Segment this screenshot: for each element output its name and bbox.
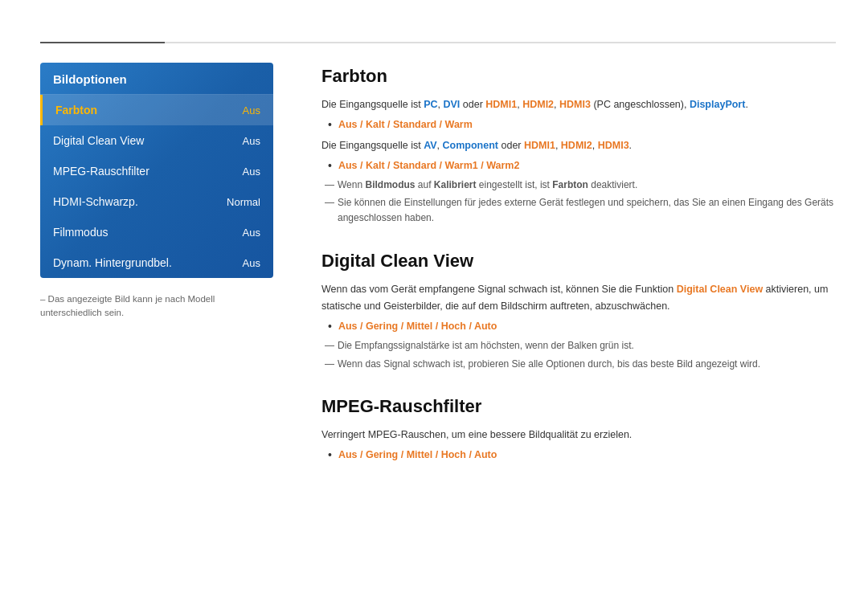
dcv-body: Wenn das vom Gerät empfangene Signal sch… [321, 281, 836, 372]
sidebar-item-dynam-hintergrundbel[interactable]: Dynam. Hintergrundbel. Aus [40, 247, 273, 278]
farbton-note-farbton: Farbton [550, 178, 591, 193]
mpeg-body: Verringert MPEG-Rauschen, um eine besser… [321, 427, 836, 464]
sidebar-item-digital-clean-view[interactable]: Digital Clean View Aus [40, 125, 273, 156]
top-divider [40, 42, 836, 43]
farbton-component: Component [443, 140, 498, 151]
sidebar-item-film-label: Filmmodus [53, 226, 108, 239]
farbton-body: Die Eingangsquelle ist PC, DVI oder HDMI… [321, 96, 836, 227]
sidebar-item-filmmodus[interactable]: Filmmodus Aus [40, 217, 273, 247]
sidebar-item-hdmi-value: Normal [227, 196, 260, 208]
farbton-hdmi3: HDMI3 [559, 99, 591, 110]
farbton-hdmi1b: HDMI1 [524, 140, 555, 151]
sidebar-item-dcv-value: Aus [243, 135, 260, 147]
dcv-options: Aus / Gering / Mittel / Hoch / Auto [338, 318, 497, 335]
sidebar-item-dynam-label: Dynam. Hintergrundbel. [53, 256, 172, 269]
farbton-note-bildmodus: Bildmodus [362, 178, 418, 193]
mpeg-title: MPEG-Rauschfilter [321, 396, 836, 417]
mpeg-p1: Verringert MPEG-Rauschen, um eine besser… [321, 427, 836, 443]
farbton-note-1: Wenn Bildmodus auf Kalibriert eingestell… [325, 178, 836, 193]
divider-light-segment [165, 42, 836, 43]
dcv-bullet-1: • Aus / Gering / Mittel / Hoch / Auto [328, 318, 836, 335]
farbton-options-1: Aus / Kalt / Standard / Warm [338, 116, 473, 133]
content-area: Farbton Die Eingangsquelle ist PC, DVI o… [321, 63, 836, 597]
farbton-bullet-2: • Aus / Kalt / Standard / Warm1 / Warm2 [328, 157, 836, 174]
sidebar-title: Bildoptionen [40, 63, 273, 95]
divider-dark-segment [40, 42, 165, 43]
farbton-note-kalibriert: Kalibriert [432, 178, 479, 193]
sidebar-item-mpeg-rauschfilter[interactable]: MPEG-Rauschfilter Aus [40, 156, 273, 186]
sidebar-item-dynam-value: Aus [243, 257, 260, 269]
farbton-p1: Die Eingangsquelle ist PC, DVI oder HDMI… [321, 96, 836, 113]
bullet-dot-mpeg: • [328, 447, 332, 464]
farbton-note-2: Sie können die Einstellungen für jedes e… [325, 195, 836, 226]
sidebar-item-mpeg-value: Aus [243, 166, 260, 178]
farbton-hdmi1: HDMI1 [485, 99, 517, 110]
sidebar-item-hdmi-label: HDMI-Schwarzp. [53, 195, 138, 208]
sidebar-item-dcv-label: Digital Clean View [53, 134, 144, 147]
sidebar-item-mpeg-label: MPEG-Rauschfilter [53, 165, 149, 178]
sidebar-item-farbton[interactable]: Farbton Aus [40, 95, 273, 125]
mpeg-bullet-1: • Aus / Gering / Mittel / Hoch / Auto [328, 447, 836, 464]
section-farbton: Farbton Die Eingangsquelle ist PC, DVI o… [321, 66, 836, 227]
sidebar-panel: Bildoptionen Farbton Aus Digital Clean V… [40, 63, 273, 278]
farbton-av: AV [424, 140, 436, 151]
sidebar-item-hdmi-schwarzp[interactable]: HDMI-Schwarzp. Normal [40, 186, 273, 217]
bullet-dot-1: • [328, 116, 332, 133]
farbton-title: Farbton [321, 66, 836, 87]
sidebar-item-farbton-value: Aus [243, 104, 260, 116]
farbton-bullet-1: • Aus / Kalt / Standard / Warm [328, 116, 836, 133]
dcv-note-1: Die Empfangssignalstärke ist am höchsten… [325, 338, 836, 353]
farbton-hdmi3b: HDMI3 [598, 140, 629, 151]
bullet-dot-dcv: • [328, 318, 332, 335]
main-layout: Bildoptionen Farbton Aus Digital Clean V… [40, 63, 836, 597]
farbton-dvi: DVI [444, 99, 461, 110]
section-digital-clean-view: Digital Clean View Wenn das vom Gerät em… [321, 251, 836, 372]
dcv-title: Digital Clean View [321, 251, 836, 272]
mpeg-options: Aus / Gering / Mittel / Hoch / Auto [338, 447, 497, 464]
farbton-options-2: Aus / Kalt / Standard / Warm1 / Warm2 [338, 157, 520, 174]
dcv-p1: Wenn das vom Gerät empfangene Signal sch… [321, 281, 836, 316]
dcv-note-2: Wenn das Signal schwach ist, probieren S… [325, 357, 836, 372]
farbton-p2: Die Eingangsquelle ist AV, Component ode… [321, 137, 836, 154]
farbton-hdmi2: HDMI2 [522, 99, 554, 110]
sidebar-item-film-value: Aus [243, 227, 260, 239]
bullet-dot-2: • [328, 157, 332, 174]
sidebar: Bildoptionen Farbton Aus Digital Clean V… [40, 63, 273, 597]
farbton-hdmi2b: HDMI2 [561, 140, 592, 151]
sidebar-note: Das angezeigte Bild kann je nach Modell … [40, 292, 273, 321]
farbton-displayport: DisplayPort [690, 99, 745, 110]
dcv-highlight: Digital Clean View [677, 284, 763, 295]
sidebar-item-farbton-label: Farbton [55, 104, 97, 116]
farbton-pc: PC [424, 99, 437, 110]
section-mpeg-rauschfilter: MPEG-Rauschfilter Verringert MPEG-Rausch… [321, 396, 836, 464]
